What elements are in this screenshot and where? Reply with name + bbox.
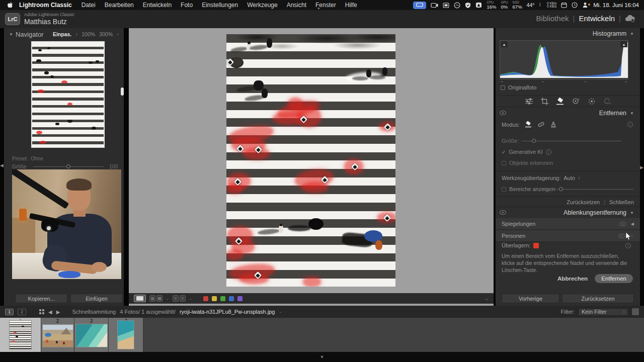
overlay-info-icon[interactable]: i [625, 243, 631, 248]
collapse-bottom-arrow[interactable]: ▼ [320, 354, 325, 359]
collection-name[interactable]: Schnellsammlung [72, 309, 116, 315]
masking-icon[interactable] [588, 98, 596, 105]
detect-objects-checkbox[interactable] [502, 161, 506, 165]
reset-button[interactable]: Zurücksetzen [562, 294, 634, 303]
people-eye-icon[interactable] [618, 234, 625, 238]
creative-cloud-icon[interactable] [454, 2, 460, 9]
thumb-crosswalk[interactable] [9, 320, 32, 349]
mode-clone-icon[interactable] [550, 121, 557, 128]
lightroom-tray-icon[interactable] [475, 2, 482, 8]
remove-panel-disclosure-icon[interactable]: ▼ [630, 111, 634, 116]
apple-icon[interactable] [0, 2, 16, 9]
cancel-button[interactable]: Abbrechen [557, 276, 588, 282]
distraction-panel-header[interactable]: Ablenkungsentfernung ▼ [496, 207, 640, 218]
panel-scrollbar-thumb[interactable] [121, 87, 124, 96]
next-photo-icon[interactable]: ▶ [56, 309, 60, 315]
size-slider-knob[interactable] [532, 139, 536, 143]
camera-icon[interactable] [431, 3, 438, 8]
istat-dots-icon[interactable]: ⠇ [539, 3, 542, 8]
filter-lock-toggle[interactable] [632, 308, 639, 315]
navigator-zoom-100[interactable]: 100% [82, 31, 95, 37]
tool-overlay-value[interactable]: Auto [564, 175, 575, 181]
preset-slider-knob[interactable] [66, 164, 70, 168]
ssd-stat[interactable]: SSD 67% [513, 1, 522, 9]
thumb-sea[interactable] [75, 324, 108, 347]
menubar-app-name[interactable]: Lightroom Classic [16, 2, 77, 9]
menu-foto[interactable]: Foto [176, 2, 197, 9]
highlight-clipping-icon[interactable]: ▲ [620, 41, 627, 47]
menu-hilfe[interactable]: Hilfe [341, 2, 362, 9]
sync-icon[interactable] [603, 98, 611, 105]
red-eye-icon[interactable] [572, 98, 580, 105]
user-switch-icon[interactable] [582, 2, 589, 8]
module-develop[interactable]: Entwickeln [579, 14, 615, 23]
gpu-stat[interactable]: GPU 0% [501, 1, 508, 9]
thumb-aerial-beach[interactable] [117, 320, 134, 349]
menu-datei[interactable]: Datei [77, 2, 100, 9]
copy-button[interactable]: Kopieren... [15, 294, 67, 303]
show-areas-slider[interactable] [547, 189, 633, 190]
people-view-icon[interactable]: Y [180, 295, 186, 302]
collapse-left-arrow[interactable]: ◀ [0, 163, 4, 168]
show-areas-checkbox[interactable] [502, 187, 506, 192]
active-filename[interactable]: ryoji-iwata-n31JPLu8_Pw-unsplash.jpg [180, 309, 275, 315]
filmstrip-cell[interactable]: 4 [109, 318, 143, 352]
filter-dropdown[interactable]: Kein Filter ↕ [578, 308, 628, 316]
detect-objects-row[interactable]: Objekte erkennen [502, 160, 553, 166]
close-link[interactable]: Schließen [609, 199, 634, 205]
view-chevron-icon[interactable]: ⌄ [166, 297, 169, 301]
reflections-collapsed-icon[interactable]: ◀ [631, 222, 634, 226]
navigator-zoom-300[interactable]: 300% [99, 31, 113, 37]
cpu-stat[interactable]: CPU 16% [487, 1, 496, 9]
zoom-updown-icon[interactable]: ↕ [117, 32, 119, 37]
shield-icon[interactable] [465, 2, 471, 9]
remove-button[interactable]: Entfernen [595, 274, 633, 283]
mode-heal-icon[interactable] [537, 121, 545, 128]
crop-icon[interactable] [541, 98, 548, 105]
generative-ai-checkbox[interactable]: ✓ [502, 149, 506, 155]
original-photo-checkbox[interactable] [501, 85, 505, 90]
histogram-display[interactable]: ▲ ▲ [500, 40, 628, 79]
color-label-green[interactable] [220, 296, 225, 301]
shadow-clipping-icon[interactable]: ▲ [501, 41, 508, 47]
remove-panel-header[interactable]: Entfernen ▼ [496, 108, 640, 119]
survey-view-icon[interactable]: Y [173, 295, 179, 302]
reflections-eye-icon[interactable] [619, 222, 626, 226]
paste-button[interactable]: Einfügen [70, 294, 123, 303]
clock-icon[interactable] [572, 2, 578, 8]
module-library[interactable]: Bibliothek [536, 14, 569, 23]
show-areas-slider-knob[interactable] [559, 187, 563, 191]
navigator-preview[interactable] [31, 41, 105, 148]
menu-bearbeiten[interactable]: Bearbeiten [100, 2, 138, 9]
overlay-color-swatch[interactable] [533, 243, 539, 248]
mode-info-icon[interactable]: i [627, 122, 633, 127]
monitor-1-button[interactable]: 1 [5, 309, 14, 315]
filmstrip-cell[interactable]: 3 [74, 318, 109, 352]
prev-photo-icon[interactable]: ◀ [48, 309, 52, 315]
menubar-clock[interactable]: Mi. 18. Juni 16:04 [593, 2, 639, 8]
collapse-top-arrow[interactable]: ▲ [317, 6, 320, 10]
original-photo-toggle[interactable]: Originalfoto [501, 84, 536, 90]
color-label-blue[interactable] [229, 296, 234, 301]
cloud-sync-icon[interactable] [625, 15, 635, 22]
temperature-stat[interactable]: 44° [527, 2, 535, 8]
color-label-yellow[interactable] [212, 296, 217, 301]
menu-entwickeln[interactable]: Entwickeln [138, 2, 176, 9]
people-row[interactable]: Personen ▼ [496, 230, 640, 242]
navigator-disclosure-icon[interactable]: ▼ [9, 32, 13, 37]
monitor-2-button[interactable]: 2 [18, 309, 26, 315]
color-label-purple[interactable] [237, 296, 243, 301]
reflections-row[interactable]: Spiegelungen ◀ [496, 218, 640, 230]
menu-werkzeuge[interactable]: Werkzeuge [243, 2, 282, 9]
histogram-disclosure-icon[interactable]: ▼ [630, 32, 634, 36]
calendar-icon[interactable] [561, 2, 567, 8]
filmstrip-cell-selected[interactable]: 1 [0, 318, 41, 352]
navigator-header[interactable]: ▼ Navigator Einpas. ↕ 100% 300% ↕ [4, 28, 124, 40]
filename-chevron-icon[interactable]: ⌄ [279, 310, 282, 314]
generative-ai-info-icon[interactable]: i [546, 149, 551, 155]
reset-link[interactable]: Zurücksetzen [567, 199, 600, 205]
generative-ai-row[interactable]: ✓ Generative KI i [502, 149, 551, 155]
color-label-red[interactable] [203, 296, 208, 301]
photo-crosswalk[interactable] [226, 34, 395, 287]
tool-overlay-updown-icon[interactable]: ↕ [578, 176, 580, 180]
